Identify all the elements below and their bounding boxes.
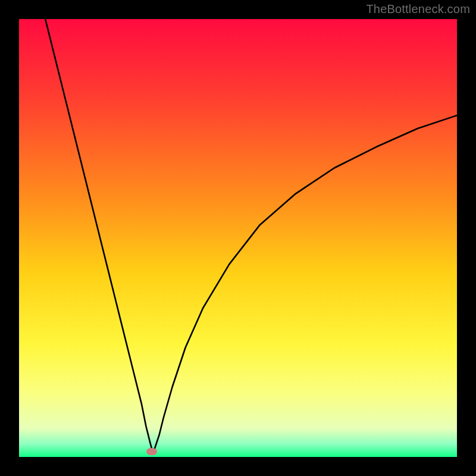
min-point-marker [146, 448, 157, 455]
chart-frame: TheBottleneck.com [0, 0, 476, 476]
bottleneck-curve [19, 19, 457, 457]
plot-area [19, 19, 457, 457]
watermark-text: TheBottleneck.com [366, 2, 470, 16]
